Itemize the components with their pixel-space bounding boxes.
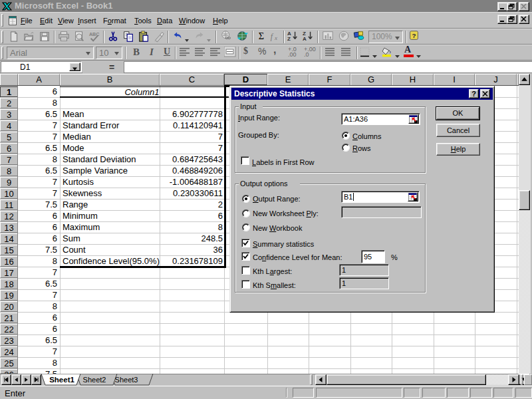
svg-text:f: f bbox=[271, 33, 274, 41]
svg-text:A: A bbox=[303, 36, 307, 42]
svg-text:?: ? bbox=[412, 32, 416, 39]
svg-text:x: x bbox=[274, 35, 277, 41]
svg-text:?: ? bbox=[471, 90, 476, 98]
svg-text:Σ: Σ bbox=[259, 31, 264, 41]
svg-text:Z: Z bbox=[287, 36, 291, 42]
